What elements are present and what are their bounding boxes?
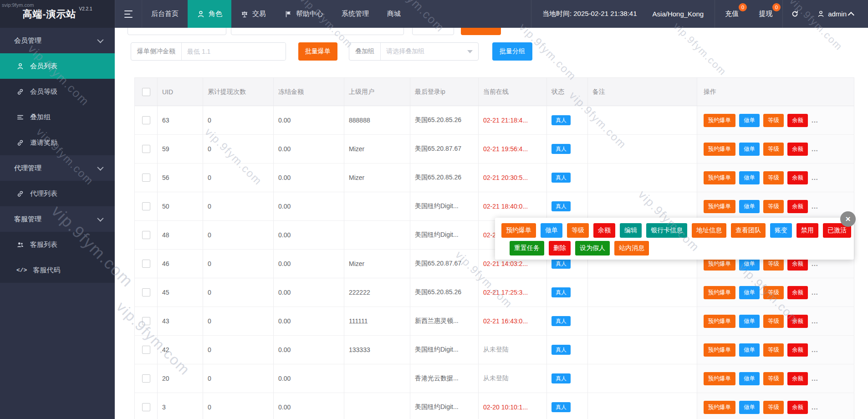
row-action-button[interactable]: 余额	[787, 343, 808, 357]
row-action-button[interactable]: 预约爆单	[704, 401, 735, 414]
user-menu[interactable]: admin	[807, 10, 868, 18]
popup-action-button[interactable]: 编辑	[620, 223, 642, 238]
popup-action-button[interactable]: 银行卡信息	[646, 223, 687, 238]
row-action-button[interactable]: 预约爆单	[704, 315, 735, 328]
withdraw-button[interactable]: 提现 0	[749, 0, 782, 28]
popup-action-button[interactable]: 设为假人	[575, 241, 610, 255]
row-action-button[interactable]: 余额	[787, 372, 808, 385]
row-checkbox[interactable]	[142, 116, 150, 124]
row-checkbox[interactable]	[142, 174, 150, 182]
nav-item[interactable]: 商城	[378, 0, 410, 28]
row-checkbox[interactable]	[142, 260, 150, 268]
row-action-button[interactable]: 预约爆单	[704, 114, 735, 127]
row-action-button[interactable]: 余额	[787, 143, 808, 156]
more-actions-button[interactable]: ...	[812, 375, 818, 382]
more-actions-button[interactable]: ...	[812, 317, 818, 325]
refresh-button[interactable]	[782, 0, 807, 28]
row-action-button[interactable]: 做单	[739, 315, 760, 328]
cell-withdrawals: 0	[203, 364, 274, 393]
popup-action-button[interactable]: 等级	[567, 223, 589, 238]
popup-action-button[interactable]: 余额	[593, 223, 615, 238]
sidebar-toggle-button[interactable]	[115, 0, 142, 28]
row-checkbox[interactable]	[142, 231, 150, 239]
sidebar-item[interactable]: 邀请奖励	[0, 130, 115, 155]
sidebar-section-header[interactable]: 客服管理	[0, 206, 115, 232]
more-actions-button[interactable]: ...	[812, 289, 818, 296]
row-action-button[interactable]: 余额	[787, 401, 808, 414]
code-icon: </>	[16, 267, 27, 274]
row-action-button[interactable]: 等级	[763, 200, 784, 213]
row-action-button[interactable]: 余额	[787, 200, 808, 213]
sidebar-item[interactable]: </>客服代码	[0, 257, 115, 283]
row-action-button[interactable]: 等级	[763, 286, 784, 299]
row-action-button[interactable]: 做单	[739, 401, 760, 414]
more-actions-button[interactable]: ...	[812, 260, 818, 267]
row-action-button[interactable]: 做单	[739, 286, 760, 299]
row-action-button[interactable]: 做单	[739, 171, 760, 184]
row-action-button[interactable]: 余额	[787, 286, 808, 299]
row-checkbox[interactable]	[142, 403, 150, 411]
row-checkbox[interactable]	[142, 288, 150, 296]
nav-item[interactable]: 系统管理	[332, 0, 378, 28]
more-actions-button[interactable]: ...	[812, 145, 818, 153]
row-action-button[interactable]: 等级	[763, 171, 784, 184]
more-actions-button[interactable]: ...	[812, 404, 818, 411]
sidebar-item[interactable]: 会员等级	[0, 79, 115, 104]
row-action-button[interactable]: 做单	[739, 343, 760, 357]
row-action-button[interactable]: 预约爆单	[704, 372, 735, 385]
row-checkbox[interactable]	[142, 346, 150, 354]
popup-action-button[interactable]: 预约爆单	[501, 223, 536, 238]
row-action-button[interactable]: 预约爆单	[704, 286, 735, 299]
row-action-button[interactable]: 预约爆单	[704, 143, 735, 156]
row-checkbox[interactable]	[142, 145, 150, 153]
nav-item[interactable]: 交易	[231, 0, 275, 28]
select-all-checkbox[interactable]	[142, 88, 150, 96]
row-action-button[interactable]: 等级	[763, 343, 784, 357]
row-action-button[interactable]: 等级	[763, 143, 784, 156]
burst-amount-input[interactable]	[182, 43, 286, 60]
row-action-button[interactable]: 做单	[739, 114, 760, 127]
sidebar-item[interactable]: 客服列表	[0, 232, 115, 257]
row-action-button[interactable]: 余额	[787, 171, 808, 184]
row-action-button[interactable]: 做单	[739, 143, 760, 156]
popup-action-button[interactable]: 地址信息	[692, 223, 726, 238]
sidebar-section-header[interactable]: 代理管理	[0, 155, 115, 181]
nav-item[interactable]: 后台首页	[142, 0, 188, 28]
more-actions-button[interactable]: ...	[812, 174, 818, 181]
sidebar-item[interactable]: 叠加组	[0, 104, 115, 130]
sidebar-item[interactable]: 代理列表	[0, 181, 115, 206]
popup-action-button[interactable]: 做单	[541, 223, 562, 238]
row-action-button[interactable]: 等级	[763, 315, 784, 328]
row-action-button[interactable]: 等级	[763, 114, 784, 127]
row-action-button[interactable]: 等级	[763, 372, 784, 385]
popup-action-button[interactable]: 查看团队	[731, 223, 766, 238]
row-action-button[interactable]: 预约爆单	[704, 200, 735, 213]
batch-group-button[interactable]: 批量分组	[492, 42, 532, 61]
row-checkbox[interactable]	[142, 374, 150, 383]
row-action-button[interactable]: 做单	[739, 200, 760, 213]
popup-action-button[interactable]: 重置任务	[510, 241, 544, 255]
batch-burst-button[interactable]: 批量爆单	[298, 42, 337, 61]
more-actions-button[interactable]: ...	[812, 117, 818, 124]
row-action-button[interactable]: 余额	[787, 114, 808, 127]
more-actions-button[interactable]: ...	[812, 203, 818, 210]
row-action-button[interactable]: 预约爆单	[704, 343, 735, 357]
popup-action-button[interactable]: 禁用	[797, 223, 818, 238]
row-action-button[interactable]: 余额	[787, 315, 808, 328]
row-checkbox[interactable]	[142, 202, 150, 210]
row-action-button[interactable]: 做单	[739, 372, 760, 385]
sidebar-section-header[interactable]: 会员管理	[0, 28, 115, 53]
row-checkbox[interactable]	[142, 317, 150, 325]
popup-action-button[interactable]: 账变	[770, 223, 792, 238]
nav-item[interactable]: 角色	[188, 0, 231, 28]
row-action-button[interactable]: 等级	[763, 401, 784, 414]
more-actions-button[interactable]: ...	[812, 346, 818, 353]
popup-action-button[interactable]: 删除	[549, 241, 571, 255]
sidebar-item[interactable]: 会员列表	[0, 53, 115, 79]
recharge-button[interactable]: 充值 0	[715, 0, 749, 28]
popup-action-button[interactable]: 站内消息	[614, 241, 649, 255]
row-action-button[interactable]: 预约爆单	[704, 171, 735, 184]
nav-item[interactable]: 帮助中心	[275, 0, 332, 28]
stack-group-select[interactable]: 请选择叠加组	[381, 43, 478, 60]
popup-close-button[interactable]: ×	[840, 211, 856, 227]
